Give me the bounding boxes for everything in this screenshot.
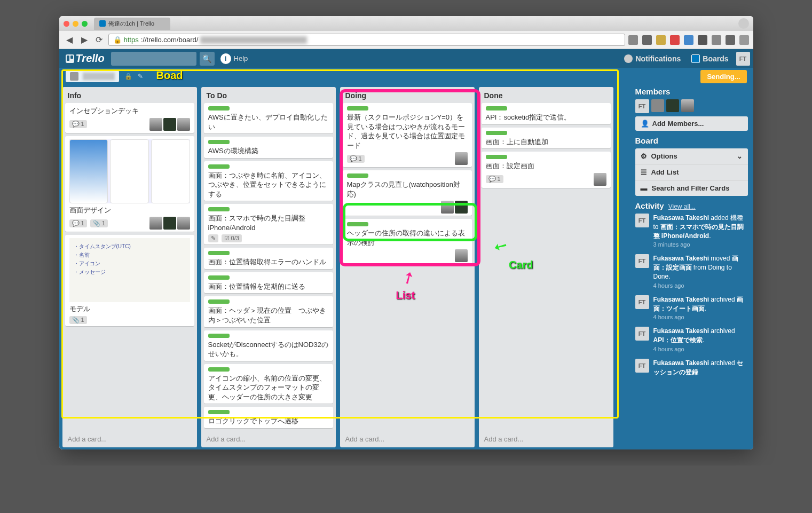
- card[interactable]: 最新（スクロールポジションY=0）を見ている場合はつぶやきが流れるモード、過去を…: [343, 103, 472, 167]
- card[interactable]: Mapクラスの見直し(watchposition対応): [343, 170, 472, 216]
- notifications-button[interactable]: Notifications: [621, 53, 684, 65]
- member-avatar[interactable]: [651, 99, 664, 112]
- edit-icon[interactable]: ✎: [138, 73, 143, 80]
- minimize-window-button[interactable]: [73, 21, 78, 27]
- card-members: [594, 173, 606, 186]
- card[interactable]: アイコンの縮小、名前の位置の変更、タイムスタンプのフォーマットの変更、ヘッダーの…: [204, 364, 333, 404]
- card[interactable]: 画面：ヘッダ＞現在の位置 つぶやき内＞つぶやいた位置: [204, 296, 333, 327]
- member-avatar[interactable]: [455, 152, 468, 165]
- card[interactable]: AWSの環境構築: [204, 137, 333, 158]
- url-path: ://trello.com/board/: [141, 36, 199, 44]
- card[interactable]: ロゴクリックでトップへ遷移: [204, 407, 333, 428]
- list-cards: API：socketid指定で送信。画面：上に自動追加画面：設定画面💬 1: [479, 103, 613, 431]
- activity-item: FTFukasawa Takeshi added 機種 to 画面：スマホで時の…: [635, 214, 748, 248]
- url-field[interactable]: 🔒 https://trello.com/board/: [108, 34, 625, 46]
- list-header[interactable]: Done: [479, 87, 613, 103]
- board-content: Infoインセプションデッキ💬 1画面デザイン💬 1📎 1・タイムスタンプ(UT…: [59, 85, 753, 449]
- card[interactable]: 画面：上に自動追加: [482, 128, 611, 149]
- activity-feed: FTFukasawa Takeshi added 機種 to 画面：スマホで時の…: [635, 214, 748, 377]
- activity-avatar[interactable]: FT: [635, 295, 649, 309]
- add-members-button[interactable]: 👤 Add Members...: [635, 116, 748, 131]
- card[interactable]: 画面：位置情報取得エラーのハンドル: [204, 248, 333, 269]
- boards-button[interactable]: Boards: [688, 53, 731, 65]
- card[interactable]: 画面：スマホで時の見た目調整 iPhone/Android✎☑ 0/3: [204, 204, 333, 244]
- board-title[interactable]: [66, 70, 119, 82]
- list-header[interactable]: Doing: [340, 87, 475, 103]
- extension-icon[interactable]: [698, 35, 707, 45]
- card[interactable]: 画面：位置情報を定期的に送る: [204, 272, 333, 294]
- activity-avatar[interactable]: FT: [635, 254, 649, 268]
- activity-avatar[interactable]: FT: [635, 359, 649, 373]
- member-avatar[interactable]: [681, 99, 694, 112]
- card-members: [455, 152, 468, 165]
- member-avatar[interactable]: [149, 217, 162, 230]
- search-button[interactable]: 🔍: [200, 52, 215, 66]
- maximize-window-button[interactable]: [82, 21, 88, 27]
- card-members: [441, 201, 468, 214]
- member-avatar[interactable]: [177, 118, 190, 131]
- close-window-button[interactable]: [64, 21, 69, 27]
- profile-icon[interactable]: [738, 18, 749, 29]
- list-header[interactable]: To Do: [201, 87, 336, 103]
- activity-item: FTFukasawa Takeshi archived 画面：ツイート画面.4 …: [635, 295, 748, 321]
- boards-icon: [691, 54, 700, 63]
- extension-icon[interactable]: [684, 35, 693, 45]
- activity-avatar[interactable]: FT: [635, 214, 649, 227]
- add-card-link[interactable]: Add a card...: [201, 431, 336, 447]
- search-filter-button[interactable]: ▬ Search and Filter Cards: [635, 180, 748, 196]
- card-badges: [347, 249, 468, 262]
- card-text: Mapクラスの見直し(watchposition対応): [347, 180, 468, 199]
- card[interactable]: API：socketid指定で送信。: [482, 103, 611, 124]
- card[interactable]: ヘッダーの住所の取得の違いによる表示の検討: [343, 219, 472, 264]
- trello-logo[interactable]: Trello: [62, 52, 108, 65]
- activity-text: Fukasawa Takeshi archived API：位置で検索.: [653, 327, 748, 345]
- member-avatar[interactable]: [666, 99, 679, 112]
- add-card-link[interactable]: Add a card...: [340, 431, 475, 447]
- card[interactable]: 画面：設定画面💬 1: [482, 152, 611, 188]
- traffic-lights: [64, 21, 88, 27]
- member-avatar[interactable]: [163, 118, 176, 131]
- search-input[interactable]: [111, 52, 196, 66]
- member-avatar[interactable]: [441, 201, 454, 214]
- card[interactable]: AWSに置きたい、デプロイ自動化したい: [204, 103, 333, 133]
- add-list-button[interactable]: ☰ Add List: [635, 164, 748, 180]
- user-avatar[interactable]: FT: [736, 52, 750, 66]
- back-button[interactable]: ◀: [64, 34, 75, 46]
- list-header[interactable]: Info: [62, 87, 197, 103]
- card-label: [208, 275, 230, 280]
- member-avatar[interactable]: [163, 217, 176, 230]
- activity-avatar[interactable]: FT: [635, 327, 649, 341]
- extension-icon[interactable]: [628, 35, 638, 45]
- card-label: [208, 106, 230, 111]
- options-button[interactable]: ⚙ Options ⌄: [635, 148, 748, 164]
- card[interactable]: 画面：つぶやき時に名前、アイコン、つぶやき、位置をセットできるようにする: [204, 161, 333, 201]
- reload-button[interactable]: ⟳: [93, 34, 105, 46]
- card[interactable]: 画面デザイン💬 1📎 1: [65, 136, 194, 232]
- board-header: 🔒 ✎ Sending...: [59, 68, 753, 85]
- extension-icon[interactable]: [726, 35, 735, 45]
- add-list-label: Add List: [651, 168, 679, 176]
- card[interactable]: ・タイムスタンプ(UTC)・名前・アイコン・メッセージモデル📎 1: [65, 235, 194, 326]
- help-button[interactable]: i Help: [220, 53, 248, 64]
- extension-icon[interactable]: [642, 35, 652, 45]
- lock-icon[interactable]: 🔒: [124, 73, 132, 80]
- card[interactable]: SocketがDisconnectするのはNOD32のせいかも。: [204, 330, 333, 361]
- add-card-link[interactable]: Add a card...: [62, 431, 197, 447]
- forward-button[interactable]: ▶: [78, 34, 90, 46]
- member-avatar[interactable]: [455, 249, 468, 262]
- extension-icon[interactable]: [656, 35, 666, 45]
- member-avatar[interactable]: [149, 118, 162, 131]
- extension-icon[interactable]: [670, 35, 680, 45]
- member-avatar[interactable]: [455, 201, 468, 214]
- board-icon: [70, 72, 78, 81]
- menu-icon[interactable]: [739, 35, 749, 45]
- member-avatar[interactable]: [594, 173, 606, 186]
- member-avatar[interactable]: FT: [635, 99, 649, 113]
- view-all-link[interactable]: View all...: [668, 203, 696, 210]
- extension-icon[interactable]: [712, 35, 721, 45]
- card[interactable]: インセプションデッキ💬 1: [65, 103, 194, 133]
- browser-tab[interactable]: 俺達の1ch | Trello: [94, 18, 171, 30]
- add-card-link[interactable]: Add a card...: [479, 431, 613, 447]
- member-avatar[interactable]: [177, 217, 190, 230]
- list-icon: ☰: [641, 168, 647, 176]
